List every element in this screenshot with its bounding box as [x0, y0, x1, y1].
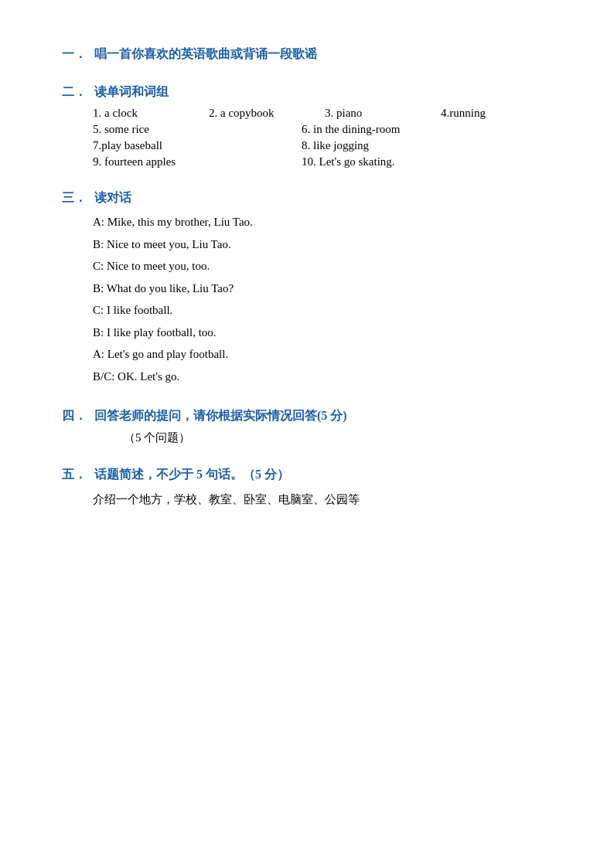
section-4-content: （5 个问题）: [62, 431, 552, 445]
section-3: 三． 读对话 A: Mike, this my brother, Liu Tao…: [62, 190, 552, 386]
section-4: 四． 回答老师的提问，请你根据实际情况回答(5 分) （5 个问题）: [62, 408, 552, 445]
section-1: 一． 唱一首你喜欢的英语歌曲或背诵一段歌谣: [62, 46, 552, 63]
vocab-3: 3. piano: [325, 107, 418, 120]
section-2: 二． 读单词和词组 1. a clock 2. a copybook 3. pi…: [62, 84, 552, 168]
vocab-4: 4.running: [441, 107, 534, 120]
dialog-line-7: A: Let's go and play football.: [93, 345, 552, 365]
dialog-line-5: C: I like football.: [93, 301, 552, 321]
section-5-sub: 介绍一个地方，学校、教室、卧室、电脑室、公园等: [93, 489, 552, 510]
section-2-title: 读单词和词组: [94, 84, 169, 100]
section-5-title: 话题简述，不少于 5 句话。（5 分）: [94, 467, 289, 483]
section-5-header: 五． 话题简述，不少于 5 句话。（5 分）: [62, 467, 552, 483]
section-1-title: 唱一首你喜欢的英语歌曲或背诵一段歌谣: [94, 46, 317, 63]
section-4-title: 回答老师的提问，请你根据实际情况回答(5 分): [94, 408, 347, 424]
dialog-line-4: B: What do you like, Liu Tao?: [93, 279, 552, 299]
vocab-1: 1. a clock: [93, 107, 186, 120]
dialog-line-8: B/C: OK. Let's go.: [93, 367, 552, 387]
vocab-row-3: 7.play baseball 8. like jogging: [93, 139, 552, 152]
vocab-2: 2. a copybook: [209, 107, 302, 120]
section-1-number: 一．: [62, 46, 87, 63]
dialog-line-2: B: Nice to meet you, Liu Tao.: [93, 235, 552, 255]
section-3-number: 三．: [62, 190, 87, 206]
section-4-number: 四．: [62, 408, 87, 424]
section-4-note: （5 个问题）: [93, 431, 552, 445]
section-2-header: 二． 读单词和词组: [62, 84, 552, 100]
vocab-9: 9. fourteen apples: [93, 155, 278, 168]
section-2-content: 1. a clock 2. a copybook 3. piano 4.runn…: [62, 107, 552, 168]
section-3-content: A: Mike, this my brother, Liu Tao. B: Ni…: [62, 213, 552, 386]
vocab-5: 5. some rice: [93, 123, 278, 136]
vocab-row-1: 1. a clock 2. a copybook 3. piano 4.runn…: [93, 107, 552, 120]
dialog-line-1: A: Mike, this my brother, Liu Tao.: [93, 213, 552, 233]
section-5-content: 介绍一个地方，学校、教室、卧室、电脑室、公园等: [62, 489, 552, 510]
section-1-header: 一． 唱一首你喜欢的英语歌曲或背诵一段歌谣: [62, 46, 552, 63]
vocab-10: 10. Let's go skating.: [302, 155, 395, 168]
dialog-line-6: B: I like play football, too.: [93, 323, 552, 343]
section-5-number: 五．: [62, 467, 87, 483]
section-3-title: 读对话: [94, 190, 131, 206]
vocab-8: 8. like jogging: [302, 139, 394, 152]
dialog-line-3: C: Nice to meet you, too.: [93, 257, 552, 277]
vocab-row-2: 5. some rice 6. in the dining-room: [93, 123, 552, 136]
vocab-row-4: 9. fourteen apples 10. Let's go skating.: [93, 155, 552, 168]
section-5: 五． 话题简述，不少于 5 句话。（5 分） 介绍一个地方，学校、教室、卧室、电…: [62, 467, 552, 510]
vocab-7: 7.play baseball: [93, 139, 278, 152]
section-3-header: 三． 读对话: [62, 190, 552, 206]
vocab-6: 6. in the dining-room: [302, 123, 401, 136]
section-4-header: 四． 回答老师的提问，请你根据实际情况回答(5 分): [62, 408, 552, 424]
section-2-number: 二．: [62, 84, 87, 100]
